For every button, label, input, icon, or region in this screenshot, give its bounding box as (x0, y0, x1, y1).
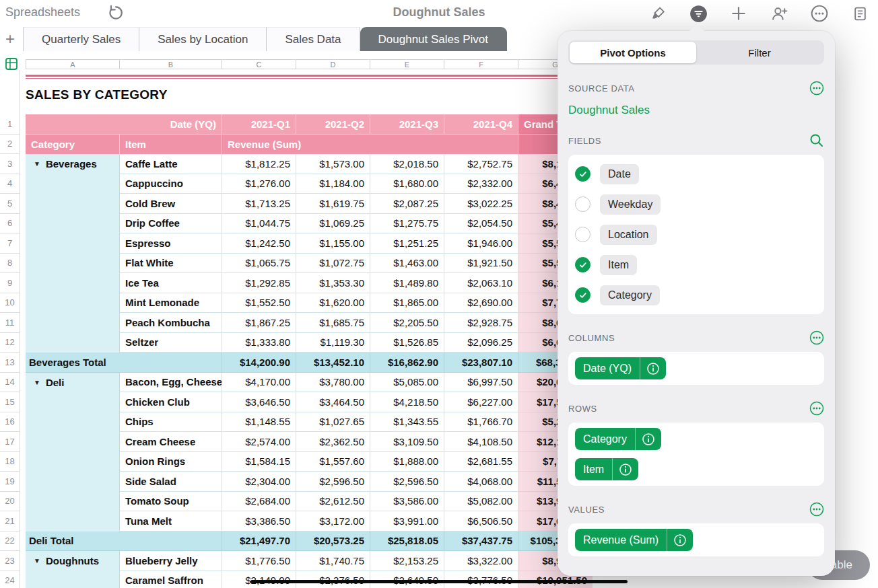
value-cell[interactable]: $1,275.75 (370, 214, 444, 234)
item-cell[interactable]: Tuna Melt (120, 511, 222, 531)
value-cell[interactable]: $5,085.00 (370, 373, 444, 393)
value-cell[interactable]: $3,172.00 (296, 511, 370, 531)
column-header-C[interactable]: C (222, 59, 296, 69)
category-cell[interactable] (26, 174, 120, 194)
pivot-field-pill-item[interactable]: Item (575, 458, 638, 480)
value-cell[interactable]: $1,766.70 (444, 412, 518, 433)
info-icon[interactable] (667, 529, 693, 551)
pivot-field-pill-revenue-sum[interactable]: Revenue (Sum) (575, 529, 693, 551)
value-cell[interactable]: $1,620.00 (296, 293, 370, 314)
column-header-F[interactable]: F (444, 59, 518, 69)
value-cell[interactable]: $1,552.50 (222, 293, 296, 314)
value-cell[interactable]: $3,109.50 (370, 432, 444, 452)
value-cell[interactable]: $2,928.75 (444, 313, 518, 333)
value-cell[interactable]: $2,063.10 (444, 273, 518, 293)
category-cell[interactable] (26, 313, 120, 333)
row-header-18[interactable]: 18 (0, 452, 20, 472)
pivot-values-header[interactable]: Revenue (Sum) (222, 135, 518, 155)
value-cell[interactable]: $2,752.75 (444, 154, 518, 174)
value-cell[interactable]: $1,292.85 (222, 273, 296, 293)
value-cell[interactable]: $13,452.10 (296, 353, 370, 373)
value-cell[interactable]: $3,322.00 (444, 551, 518, 571)
value-cell[interactable]: $1,685.75 (296, 313, 370, 333)
value-cell[interactable]: $1,680.00 (370, 174, 444, 194)
category-cell[interactable] (26, 254, 120, 274)
field-row-weekday[interactable]: Weekday (575, 189, 817, 219)
value-cell[interactable]: $3,991.00 (370, 511, 444, 531)
row-header-17[interactable]: 17 (0, 432, 20, 452)
value-cell[interactable]: $1,489.80 (370, 273, 444, 293)
row-header-13[interactable]: 13 (0, 353, 20, 373)
row-header-20[interactable]: 20 (0, 492, 20, 512)
item-cell[interactable]: Drip Coffee (120, 214, 222, 234)
row-header-12[interactable]: 12 (0, 333, 20, 353)
row-header-9[interactable]: 9 (0, 273, 20, 293)
field-row-category[interactable]: Category (575, 280, 817, 310)
rows-options-icon[interactable] (809, 401, 824, 416)
value-cell[interactable]: $1,921.50 (444, 254, 518, 274)
value-cell[interactable]: $1,740.75 (296, 551, 370, 571)
tab-sales-by-location[interactable]: Sales by Location (139, 27, 267, 51)
pivot-date-header[interactable]: Date (YQ) (26, 114, 222, 135)
pivot-category-header[interactable]: Category (26, 135, 120, 155)
category-cell[interactable] (26, 472, 120, 492)
activity-icon[interactable] (850, 4, 869, 23)
home-indicator[interactable] (250, 580, 628, 583)
pivot-item-header[interactable]: Item (120, 135, 222, 155)
category-cell[interactable] (26, 233, 120, 254)
row-header-14[interactable]: 14 (0, 373, 20, 393)
value-cell[interactable]: $3,022.25 (444, 194, 518, 214)
value-cell[interactable]: $6,506.50 (444, 511, 518, 531)
row-header-2[interactable]: 2 (0, 135, 20, 155)
item-cell[interactable]: Tomato Soup (120, 492, 222, 512)
value-cell[interactable]: $2,153.25 (370, 551, 444, 571)
category-cell[interactable]: ▼Beverages (26, 154, 120, 174)
category-cell[interactable] (26, 194, 120, 214)
category-cell[interactable] (26, 293, 120, 314)
add-icon[interactable] (729, 4, 748, 23)
row-header-7[interactable]: 7 (0, 233, 20, 254)
value-cell[interactable]: $3,646.50 (222, 392, 296, 412)
category-cell[interactable] (26, 571, 120, 588)
item-cell[interactable]: Onion Rings (120, 452, 222, 472)
item-cell[interactable]: Flat White (120, 254, 222, 274)
disclosure-triangle-icon[interactable]: ▼ (34, 557, 40, 564)
value-cell[interactable]: $1,776.50 (222, 551, 296, 571)
field-row-item[interactable]: Item (575, 250, 817, 280)
disclosure-triangle-icon[interactable]: ▼ (34, 160, 40, 168)
checked-checkbox-icon[interactable] (575, 287, 590, 303)
value-cell[interactable]: $4,068.00 (444, 472, 518, 492)
tab-filter[interactable]: Filter (696, 42, 823, 63)
item-cell[interactable]: Blueberry Jelly (120, 551, 222, 571)
info-icon[interactable] (640, 357, 666, 379)
collaborate-icon[interactable] (770, 4, 788, 23)
value-cell[interactable]: $2,574.00 (222, 432, 296, 452)
value-cell[interactable]: $1,353.30 (296, 273, 370, 293)
pivot-quarter-2021-q3[interactable]: 2021-Q3 (370, 114, 444, 135)
row-header-22[interactable]: 22 (0, 531, 20, 552)
column-header-D[interactable]: D (296, 59, 370, 69)
source-data-value[interactable]: Doughnut Sales (568, 104, 824, 117)
value-cell[interactable]: $4,218.50 (370, 392, 444, 412)
value-cell[interactable]: $2,304.00 (222, 472, 296, 492)
value-cell[interactable]: $1,333.80 (222, 333, 296, 353)
value-cell[interactable]: $2,096.25 (444, 333, 518, 353)
value-cell[interactable]: $1,065.75 (222, 254, 296, 274)
value-cell[interactable]: $6,227.00 (444, 392, 518, 412)
row-header-19[interactable]: 19 (0, 472, 20, 492)
item-cell[interactable]: Ice Tea (120, 273, 222, 293)
value-cell[interactable]: $1,119.30 (296, 333, 370, 353)
row-header-16[interactable]: 16 (0, 412, 20, 433)
pivot-field-pill-category[interactable]: Category (575, 428, 661, 450)
value-cell[interactable]: $3,586.00 (370, 492, 444, 512)
item-cell[interactable]: Caramel Saffron (120, 571, 222, 588)
value-cell[interactable]: $5,082.00 (444, 492, 518, 512)
table-select-icon[interactable] (4, 57, 19, 71)
value-cell[interactable]: $2,205.50 (370, 313, 444, 333)
value-cell[interactable]: $2,332.00 (444, 174, 518, 194)
value-cell[interactable]: $1,069.25 (296, 214, 370, 234)
item-cell[interactable]: Peach Kombucha (120, 313, 222, 333)
row-header-11[interactable]: 11 (0, 313, 20, 333)
pivot-options-icon[interactable] (689, 4, 708, 23)
field-row-location[interactable]: Location (575, 219, 817, 250)
